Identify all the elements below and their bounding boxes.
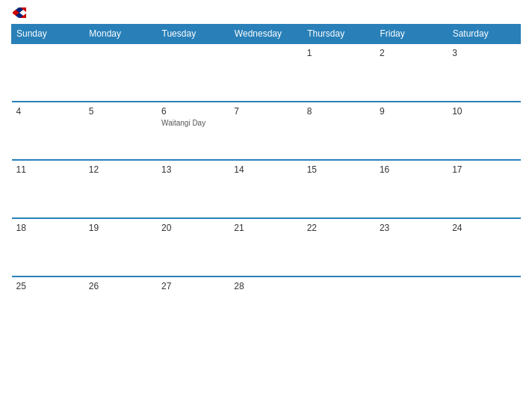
calendar-cell: 23 bbox=[375, 218, 448, 276]
day-number: 11 bbox=[16, 164, 80, 175]
weekday-header-thursday: Thursday bbox=[303, 25, 375, 44]
logo-blue bbox=[11, 7, 26, 18]
calendar-cell: 12 bbox=[84, 160, 157, 218]
calendar-cell: 26 bbox=[84, 276, 157, 335]
day-number: 14 bbox=[234, 164, 297, 175]
day-number: 8 bbox=[307, 106, 371, 117]
calendar-cell: 25 bbox=[12, 276, 84, 335]
calendar-cell bbox=[157, 43, 229, 102]
day-number: 9 bbox=[380, 106, 443, 117]
day-number: 27 bbox=[161, 281, 225, 291]
day-number: 16 bbox=[380, 164, 443, 175]
weekday-header-tuesday: Tuesday bbox=[157, 25, 229, 44]
calendar-cell: 18 bbox=[12, 218, 84, 276]
logo bbox=[11, 7, 26, 18]
calendar-cell bbox=[375, 276, 448, 335]
weekday-header-monday: Monday bbox=[84, 25, 157, 44]
day-number: 19 bbox=[89, 223, 152, 233]
calendar-cell: 4 bbox=[12, 102, 84, 160]
calendar-week-row: 18192021222324 bbox=[12, 218, 521, 276]
day-number: 1 bbox=[307, 48, 371, 58]
day-number: 7 bbox=[234, 106, 297, 117]
day-number: 22 bbox=[307, 223, 371, 233]
calendar-cell: 1 bbox=[303, 43, 375, 102]
calendar-cell: 28 bbox=[229, 276, 302, 335]
day-number: 23 bbox=[380, 223, 443, 233]
day-number: 21 bbox=[234, 223, 297, 233]
calendar-cell: 10 bbox=[448, 102, 520, 160]
weekday-header-row: SundayMondayTuesdayWednesdayThursdayFrid… bbox=[12, 25, 521, 44]
day-number: 5 bbox=[89, 106, 152, 117]
day-number: 12 bbox=[89, 164, 152, 175]
calendar-cell bbox=[448, 276, 520, 335]
calendar-table: SundayMondayTuesdayWednesdayThursdayFrid… bbox=[11, 24, 521, 335]
calendar-cell: 20 bbox=[157, 218, 229, 276]
calendar-cell: 22 bbox=[303, 218, 375, 276]
calendar-cell: 11 bbox=[12, 160, 84, 218]
calendar-cell: 21 bbox=[229, 218, 302, 276]
calendar-page: SundayMondayTuesdayWednesdayThursdayFrid… bbox=[0, 0, 532, 411]
calendar-cell: 16 bbox=[375, 160, 448, 218]
day-number: 4 bbox=[16, 106, 80, 117]
calendar-cell: 15 bbox=[303, 160, 375, 218]
day-number: 13 bbox=[161, 164, 225, 175]
calendar-cell: 7 bbox=[229, 102, 302, 160]
day-number: 3 bbox=[452, 48, 516, 58]
calendar-cell: 6Waitangi Day bbox=[157, 102, 229, 160]
calendar-cell: 13 bbox=[157, 160, 229, 218]
weekday-header-sunday: Sunday bbox=[12, 25, 84, 44]
calendar-cell: 14 bbox=[229, 160, 302, 218]
day-number: 24 bbox=[452, 223, 516, 233]
day-number: 28 bbox=[234, 281, 297, 291]
holiday-name: Waitangi Day bbox=[161, 119, 225, 127]
calendar-cell: 2 bbox=[375, 43, 448, 102]
calendar-cell: 19 bbox=[84, 218, 157, 276]
calendar-cell: 5 bbox=[84, 102, 157, 160]
day-number: 18 bbox=[16, 223, 80, 233]
calendar-week-row: 123 bbox=[12, 43, 521, 102]
calendar-cell: 17 bbox=[448, 160, 520, 218]
calendar-week-row: 456Waitangi Day78910 bbox=[12, 102, 521, 160]
weekday-header-saturday: Saturday bbox=[448, 25, 520, 44]
calendar-cell bbox=[229, 43, 302, 102]
calendar-header bbox=[11, 7, 521, 18]
calendar-cell: 3 bbox=[448, 43, 520, 102]
calendar-week-row: 11121314151617 bbox=[12, 160, 521, 218]
calendar-cell: 8 bbox=[303, 102, 375, 160]
calendar-cell bbox=[303, 276, 375, 335]
day-number: 25 bbox=[16, 281, 80, 291]
weekday-header-wednesday: Wednesday bbox=[229, 25, 302, 44]
calendar-cell bbox=[84, 43, 157, 102]
calendar-week-row: 25262728 bbox=[12, 276, 521, 335]
logo-flag-icon bbox=[13, 7, 26, 18]
weekday-header-friday: Friday bbox=[375, 25, 448, 44]
day-number: 15 bbox=[307, 164, 371, 175]
day-number: 17 bbox=[452, 164, 516, 175]
day-number: 6 bbox=[161, 106, 225, 117]
day-number: 10 bbox=[452, 106, 516, 117]
day-number: 2 bbox=[380, 48, 443, 58]
calendar-cell bbox=[12, 43, 84, 102]
calendar-cell: 24 bbox=[448, 218, 520, 276]
day-number: 26 bbox=[89, 281, 152, 291]
calendar-cell: 9 bbox=[375, 102, 448, 160]
calendar-cell: 27 bbox=[157, 276, 229, 335]
day-number: 20 bbox=[161, 223, 225, 233]
